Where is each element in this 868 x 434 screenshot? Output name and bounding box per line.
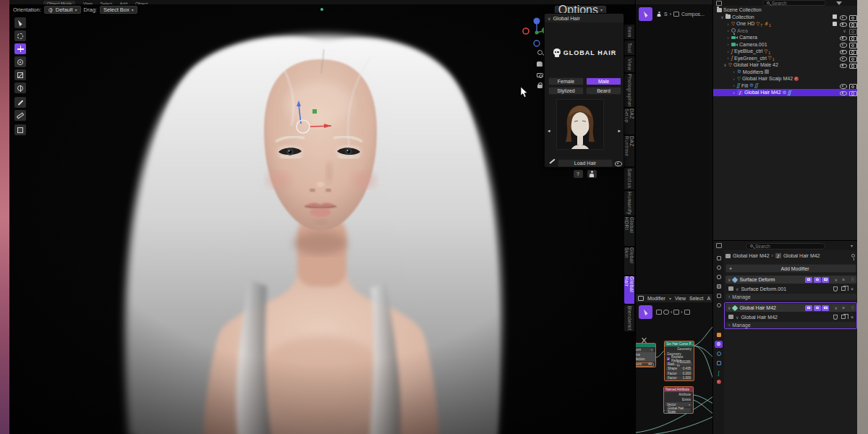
close-icon[interactable]: ×: [842, 277, 845, 282]
sidebar-tab-photographer[interactable]: Photographer: [624, 74, 634, 107]
tool-rotate[interactable]: [14, 56, 26, 67]
factor-min-field[interactable]: Factor0.000: [666, 371, 692, 375]
chevron-down-icon[interactable]: ▾: [851, 243, 853, 248]
sidebar-tab-item[interactable]: Item: [624, 25, 634, 39]
outliner-row-camera[interactable]: › Camera: [713, 34, 857, 41]
tool-transform[interactable]: [14, 82, 26, 93]
prev-hair-arrow[interactable]: ◂: [548, 128, 550, 134]
expand-icon[interactable]: ›: [726, 56, 730, 60]
stylized-button[interactable]: Stylized: [548, 87, 584, 95]
set-hair-curve-node[interactable]: Set Hair Curve P... Geometry Geometry ✓R…: [664, 341, 694, 381]
tab-material[interactable]: [715, 378, 723, 386]
outliner-editor-icon[interactable]: [716, 1, 722, 6]
eye-icon[interactable]: [840, 62, 846, 68]
male-button[interactable]: Male: [586, 77, 621, 85]
tool-scale[interactable]: [14, 69, 26, 80]
edit-mode-toggle[interactable]: [805, 305, 812, 311]
tool-add-cube[interactable]: [14, 124, 26, 135]
edit-mode-toggle[interactable]: [805, 277, 812, 283]
shield-icon[interactable]: [833, 286, 838, 292]
character-button[interactable]: [587, 170, 597, 178]
resample-count-field[interactable]: Count44: [635, 362, 654, 367]
zoom-view-icon[interactable]: [535, 48, 545, 56]
render-toggle[interactable]: [822, 305, 829, 311]
compositor-select-tool[interactable]: [639, 7, 652, 21]
tab-output[interactable]: [715, 273, 723, 281]
shield-icon[interactable]: [833, 315, 838, 320]
outliner-row-eyeblue-ctrl[interactable]: › ʃ EyeBlue_ctrl ▽1: [713, 48, 857, 55]
properties-search[interactable]: Search: [746, 243, 825, 250]
eye-icon[interactable]: [840, 35, 846, 41]
tab-object-data[interactable]: ʃ: [715, 369, 723, 376]
camera-visibility-icon[interactable]: [849, 90, 856, 95]
camera-visibility-icon[interactable]: [849, 41, 856, 47]
load-hair-button[interactable]: Load Hair: [558, 159, 613, 167]
drag-handle-icon[interactable]: ⠿: [851, 305, 854, 310]
attribute-name-field[interactable]: Global Hair Scalp: [666, 408, 691, 412]
modifier-global-hair-target[interactable]: ∨ Global Hair M42 ×: [726, 313, 856, 320]
named-attribute-node[interactable]: Named Attribute Attribute Exists Vector▾…: [663, 386, 694, 414]
eye-icon[interactable]: [840, 41, 846, 47]
tab-modifiers[interactable]: ⚙: [715, 341, 723, 348]
factor-max-field[interactable]: Factor1.000: [666, 376, 692, 380]
expand-icon[interactable]: ›: [726, 22, 730, 26]
resample-mode-dropdown[interactable]: Count▾: [635, 348, 654, 352]
copy-icon[interactable]: [841, 286, 846, 291]
tool-select-box[interactable]: [14, 17, 26, 28]
camera-visibility-icon[interactable]: [849, 27, 856, 33]
outliner-row-collection[interactable]: ∨ Collection: [713, 14, 857, 21]
camera-visibility-icon[interactable]: [849, 62, 856, 68]
tab-tool[interactable]: [715, 255, 723, 262]
expand-icon[interactable]: ›: [732, 69, 736, 74]
socket-in[interactable]: [664, 353, 666, 355]
exclude-checkbox[interactable]: [833, 22, 837, 26]
outliner-row-scene-collection[interactable]: Scene Collection: [713, 7, 857, 14]
add-modifier-button[interactable]: + Add Modifier: [726, 264, 856, 273]
expand-icon[interactable]: ›: [726, 28, 730, 33]
sidebar-tab-global-hair[interactable]: Global Hair: [624, 276, 634, 304]
eye-icon[interactable]: [615, 160, 621, 166]
beard-button[interactable]: Beard: [586, 87, 621, 95]
camera-visibility-icon[interactable]: [849, 82, 856, 88]
sidebar-tab-tool[interactable]: Tool: [624, 41, 634, 55]
tab-object[interactable]: [715, 331, 723, 339]
socket-in[interactable]: [663, 409, 665, 412]
extras-dropdown-icon[interactable]: ∨: [835, 277, 838, 282]
female-button[interactable]: Female: [548, 77, 584, 85]
close-icon[interactable]: ×: [842, 305, 845, 310]
eye-icon[interactable]: [840, 55, 846, 61]
pin-icon[interactable]: [851, 254, 855, 258]
replace-radius-row[interactable]: ✓Replace Radius: [665, 357, 694, 362]
sidebar-tab-view[interactable]: View: [624, 56, 634, 72]
orientation-dropdown[interactable]: Default ▾: [44, 6, 81, 14]
properties-breadcrumb[interactable]: Global Hair M42 › ʃ Global Hair M42: [726, 253, 856, 258]
tab-view-layer[interactable]: [715, 283, 723, 290]
help-button[interactable]: ?: [574, 170, 583, 178]
sidebar-tab-global-hdri[interactable]: Global HDRI: [624, 217, 634, 246]
properties-editor-icon[interactable]: [716, 243, 722, 248]
modifier-surface-deform-target[interactable]: ∨ Surface Deform.001 ×: [726, 285, 856, 292]
collapse-icon[interactable]: ∨: [728, 277, 731, 282]
sidebar-tab-humanify[interactable]: Humanify: [624, 191, 634, 216]
camera-visibility-icon[interactable]: [849, 21, 856, 27]
camera-visibility-icon[interactable]: [849, 35, 856, 41]
expand-icon[interactable]: ›: [732, 83, 736, 88]
brush-icon[interactable]: [549, 158, 555, 163]
outliner-row-camera-001[interactable]: › Camera.001: [713, 41, 857, 48]
modifier-global-hair-manage[interactable]: › Manage: [726, 322, 856, 328]
tool-annotate[interactable]: [14, 97, 26, 108]
copy-icon[interactable]: [841, 315, 846, 319]
hair-preview-image[interactable]: [556, 99, 604, 150]
outliner-row-eyegreen-ctrl[interactable]: › ʃ EyeGreen_ctrl ▽1: [713, 55, 857, 62]
resample-input-selection[interactable]: Selection: [635, 357, 655, 362]
drag-dropdown[interactable]: Select Box ▾: [100, 6, 137, 14]
outliner-row-global-hair-male-42[interactable]: ∨ ▽ Global Hair Male 42: [713, 61, 857, 69]
expand-icon[interactable]: ›: [732, 77, 736, 81]
outliner-search[interactable]: Search: [762, 0, 826, 6]
hidden-icon[interactable]: ∨: [843, 28, 846, 33]
outliner-row-one-hd[interactable]: › ▽ One HD ▽7 ⋔1: [713, 20, 857, 27]
eye-icon[interactable]: [840, 82, 846, 88]
modifier-surface-deform-manage[interactable]: › Manage: [726, 294, 856, 300]
tab-physics[interactable]: [715, 350, 723, 357]
realtime-toggle[interactable]: [814, 277, 821, 283]
